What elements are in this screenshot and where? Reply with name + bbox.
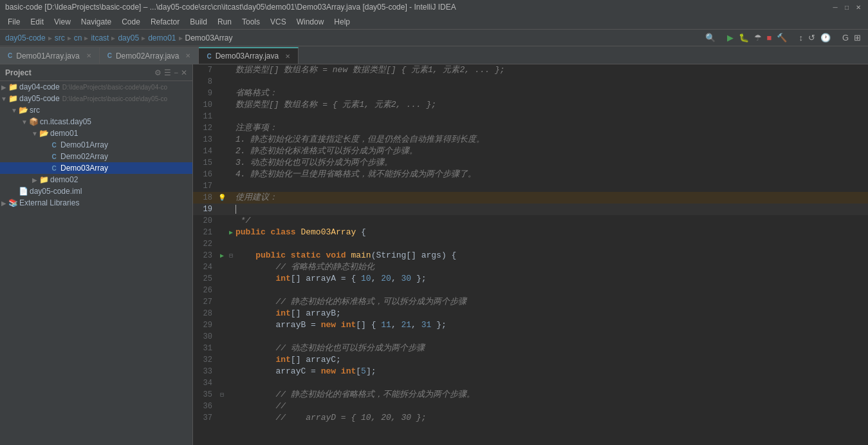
code-line-15: 15 3. 动态初始化也可以拆分成为两个步骤。 — [193, 157, 868, 169]
code-text: 省略格式： — [235, 88, 277, 99]
menu-edit[interactable]: Edit — [25, 16, 49, 28]
sidebar-item-day05-code[interactable]: ▼ 📁 day05-code D:\IdeaProjects\basic-cod… — [0, 93, 192, 104]
tab-demo03array[interactable]: C Demo03Array.java ✕ — [199, 47, 299, 64]
code-line-7: 7 数据类型[] 数组名称 = new 数据类型[] { 元素1, 元素2, .… — [193, 64, 868, 76]
run-gutter-icon[interactable]: ▶ — [217, 252, 226, 260]
bc-demo01[interactable]: demo01 — [148, 33, 176, 43]
gradle-icon[interactable]: G — [840, 32, 851, 44]
sidebar-item-day04-code[interactable]: ▶ 📁 day04-code D:\IdeaProjects\basic-cod… — [0, 81, 192, 93]
tree-arrow-icon: ▶ — [0, 84, 8, 91]
library-icon: 📚 — [8, 198, 18, 207]
menu-view[interactable]: View — [49, 16, 76, 28]
menu-refactor[interactable]: Refactor — [145, 16, 185, 28]
code-text: // arrayD = { 10, 20, 30 }; — [235, 412, 426, 424]
fold-gutter-icon[interactable]: ⊟ — [217, 391, 226, 399]
tree-arrow-icon: ▶ — [31, 176, 39, 184]
debug-button[interactable]: 🐛 — [737, 32, 751, 44]
code-line-31: 31 // 动态初始化也可以拆分成为两个步骤 — [193, 343, 868, 354]
menu-window[interactable]: Window — [291, 16, 329, 28]
sidebar-item-src[interactable]: ▼ 📂 src — [0, 104, 192, 116]
line-number: 20 — [193, 215, 217, 227]
line-number: 27 — [193, 296, 217, 308]
sidebar-settings-icon[interactable]: ⚙ — [154, 68, 162, 77]
bc-itcast[interactable]: itcast — [91, 33, 109, 43]
bc-day05[interactable]: day05 — [118, 33, 139, 43]
update-button[interactable]: ↕ — [797, 32, 805, 44]
code-line-19: 19 — [193, 204, 868, 215]
line-number: 29 — [193, 319, 217, 331]
menu-file[interactable]: File — [3, 16, 25, 28]
sidebar-item-external-libs[interactable]: ▶ 📚 External Libraries — [0, 197, 192, 209]
line-number: 8 — [193, 76, 217, 88]
line-number: 18 — [193, 192, 217, 204]
sidebar-item-iml[interactable]: ▶ 📄 day05-code.iml — [0, 185, 192, 197]
layout-icon[interactable]: ⊞ — [852, 32, 863, 44]
tab-demo02array[interactable]: C Demo02Array.java ✕ — [100, 47, 199, 64]
run-gutter-icon[interactable]: ▶ — [226, 229, 235, 236]
sidebar-item-demo01[interactable]: ▼ 📂 demo01 — [0, 128, 192, 139]
menu-run[interactable]: Run — [212, 16, 237, 28]
sidebar-item-label: Demo03Array — [60, 164, 108, 173]
editor-lines: 7 数据类型[] 数组名称 = new 数据类型[] { 元素1, 元素2, .… — [193, 64, 868, 445]
maximize-button[interactable]: □ — [842, 3, 851, 12]
menu-help[interactable]: Help — [329, 16, 355, 28]
tree-arrow-icon: ▶ — [0, 200, 8, 207]
bc-src[interactable]: src — [55, 33, 65, 43]
folder-icon: 📂 — [18, 106, 28, 115]
editor[interactable]: 7 数据类型[] 数组名称 = new 数据类型[] { 元素1, 元素2, .… — [193, 64, 868, 445]
revert-button[interactable]: ↺ — [806, 32, 817, 44]
sidebar-item-demo01array[interactable]: ▶ C Demo01Array — [0, 139, 192, 151]
sidebar-item-label: src — [30, 106, 40, 115]
sidebar-item-label: day04-code — [19, 82, 60, 91]
sidebar-collapse-icon[interactable]: − — [174, 68, 178, 77]
java-class-icon: C — [49, 142, 59, 149]
code-text: int[] arrayA = { 10, 20, 30 }; — [235, 273, 427, 285]
sidebar-item-demo03array[interactable]: ▶ C Demo03Array — [0, 162, 192, 174]
menu-build[interactable]: Build — [185, 16, 212, 28]
tree-arrow-icon: ▼ — [0, 95, 8, 102]
tab-close-icon[interactable]: ✕ — [185, 52, 190, 59]
menu-navigate[interactable]: Navigate — [76, 16, 116, 28]
code-text: // 静态初始化的省略格式，不能拆分成为两个步骤。 — [235, 389, 475, 401]
code-text: */ — [235, 215, 250, 227]
run-button[interactable]: ▶ — [725, 32, 735, 44]
code-line-29: 29 arrayB = new int[] { 11, 21, 31 }; — [193, 319, 868, 331]
line-number: 13 — [193, 134, 217, 146]
line-number: 9 — [193, 88, 217, 99]
sidebar-expand-icon[interactable]: ☰ — [164, 68, 171, 77]
tab-demo01array[interactable]: C Demo01Array.java ✕ — [0, 47, 100, 64]
bc-day05-code[interactable]: day05-code — [5, 33, 46, 43]
sidebar-item-label: demo02 — [50, 175, 78, 184]
line-number: 26 — [193, 285, 217, 296]
code-line-34: 34 — [193, 377, 868, 389]
menu-vcs[interactable]: VCS — [265, 16, 291, 28]
stop-button[interactable]: ■ — [765, 32, 774, 44]
line-number: 10 — [193, 99, 217, 111]
bc-cn[interactable]: cn — [74, 33, 82, 43]
sidebar-item-demo02array[interactable]: ▶ C Demo02Array — [0, 151, 192, 162]
tab-bar: C Demo01Array.java ✕ C Demo02Array.java … — [0, 46, 868, 64]
sidebar-item-demo02[interactable]: ▶ 📁 demo02 — [0, 174, 192, 185]
tab-close-icon[interactable]: ✕ — [285, 53, 290, 60]
java-file-icon: C — [8, 52, 12, 59]
close-button[interactable]: ✕ — [854, 3, 863, 12]
minimize-button[interactable]: ─ — [831, 3, 840, 12]
code-text: arrayC = new int[5]; — [235, 366, 376, 377]
search-everywhere-button[interactable]: 🔍 — [703, 32, 717, 44]
tab-close-icon[interactable]: ✕ — [86, 52, 91, 59]
build-button[interactable]: 🔨 — [775, 32, 789, 44]
menu-tools[interactable]: Tools — [237, 16, 265, 28]
fold-gutter-icon[interactable]: ⊟ — [226, 252, 235, 260]
code-text: 使用建议： — [235, 192, 277, 204]
java-class-icon: C — [49, 165, 59, 172]
breadcrumb: day05-code ▸ src ▸ cn ▸ itcast ▸ day05 ▸… — [5, 33, 233, 43]
history-button[interactable]: 🕐 — [818, 32, 833, 44]
sidebar-item-cn-itcast-day05[interactable]: ▼ 📦 cn.itcast.day05 — [0, 116, 192, 128]
run-with-coverage-button[interactable]: ☂ — [752, 32, 764, 44]
titlebar: basic-code [D:\IdeaProjects\basic-code] … — [0, 0, 868, 14]
code-line-8: 8 — [193, 76, 868, 88]
sidebar-item-path: D:\IdeaProjects\basic-code\day05-co — [62, 95, 167, 102]
menu-code[interactable]: Code — [116, 16, 145, 28]
sidebar-close-icon[interactable]: ✕ — [181, 68, 187, 77]
module-icon: 📁 — [8, 82, 18, 91]
